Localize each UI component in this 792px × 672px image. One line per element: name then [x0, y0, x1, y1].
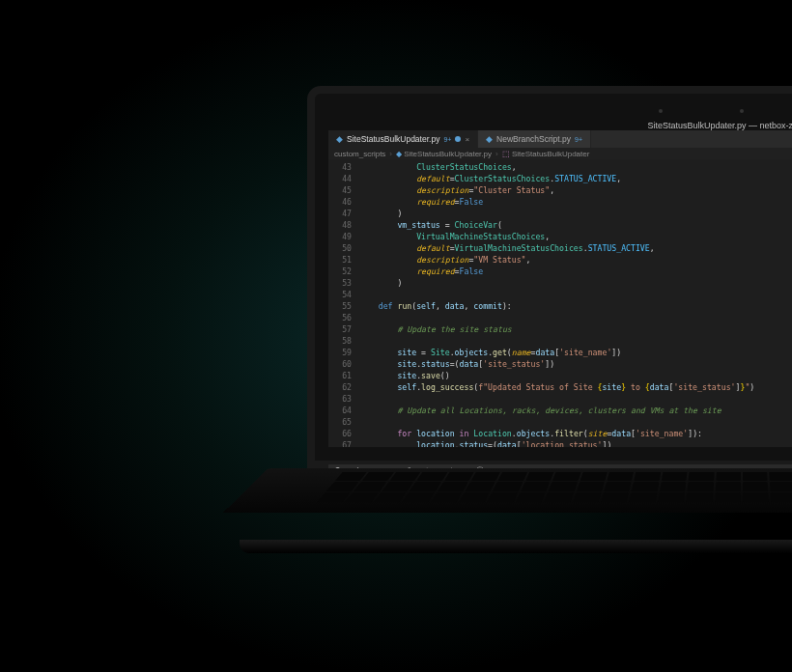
dirty-indicator — [455, 136, 461, 142]
symbol-icon: ⬚ — [502, 150, 510, 158]
git-decoration: 9+ — [575, 136, 582, 143]
breadcrumb-segment[interactable]: ⬚ SiteStatusBulkUpdater — [502, 150, 590, 158]
bezel-dots — [315, 109, 792, 113]
code-content[interactable]: ClusterStatusChoices, default=ClusterSta… — [359, 159, 792, 447]
window-title: SiteStatusBulkUpdater.py — netbox-zero-t… — [315, 121, 792, 130]
breadcrumb-separator: › — [389, 150, 392, 158]
git-decoration: 9+ — [443, 136, 451, 143]
breadcrumb-segment[interactable]: custom_scripts — [334, 150, 385, 158]
file-icon: ◆ — [396, 150, 402, 158]
close-icon[interactable]: × — [465, 135, 469, 144]
file-icon: ◆ — [336, 134, 343, 144]
laptop-base — [223, 468, 792, 513]
line-number-gutter: 43 44 45 46 47 48 49 50 51 52 53 54 55 5… — [328, 159, 359, 447]
breadcrumb-separator: › — [495, 150, 498, 158]
breadcrumb-segment[interactable]: ◆ SiteStatusBulkUpdater.py — [396, 150, 492, 158]
tab-label: NewBranchScript.py — [496, 134, 571, 144]
keyboard — [317, 472, 792, 503]
tab-label: SiteStatusBulkUpdater.py — [347, 134, 439, 144]
laptop-base-edge — [240, 540, 792, 553]
tab-sitestatusbulkupdater-py[interactable]: ◆SiteStatusBulkUpdater.py9+× — [328, 130, 478, 148]
tab-bar: ◆SiteStatusBulkUpdater.py9+×◆NewBranchSc… — [328, 130, 792, 148]
breadcrumb: custom_scripts›◆ SiteStatusBulkUpdater.p… — [328, 148, 792, 159]
laptop-mockup: SiteStatusBulkUpdater.py — netbox-zero-t… — [307, 86, 792, 569]
editor-pane[interactable]: 43 44 45 46 47 48 49 50 51 52 53 54 55 5… — [328, 159, 792, 447]
screen-bezel: SiteStatusBulkUpdater.py — netbox-zero-t… — [307, 86, 792, 468]
file-icon: ◆ — [486, 134, 493, 144]
tab-newbranchscript-py[interactable]: ◆NewBranchScript.py9+ — [478, 130, 591, 148]
